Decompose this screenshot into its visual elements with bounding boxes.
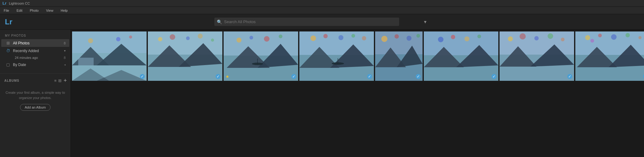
time-ago-label: 24 minutes ago — [15, 56, 64, 60]
by-date-chevron: ◂ — [64, 63, 66, 66]
photo-cell-2[interactable]: ✓ — [148, 31, 222, 81]
photo-footer-1: ✓ — [72, 72, 147, 81]
sidebar-item-by-date[interactable]: ▢ By Date ◂ — [1, 61, 69, 68]
svg-point-55 — [464, 36, 469, 41]
my-photos-label: MY PHOTOS — [5, 34, 26, 37]
header: Lr 🔍 ▼ — [0, 14, 644, 30]
svg-point-37 — [323, 34, 328, 38]
photo-check-4[interactable]: ✓ — [367, 74, 372, 79]
search-icon: 🔍 — [217, 19, 222, 24]
photo-check-6[interactable]: ✓ — [492, 74, 496, 79]
svg-point-64 — [548, 33, 553, 39]
albums-header: ALBUMS ≡ ⊞ + — [0, 76, 71, 85]
add-album-button[interactable]: Add an Album — [20, 104, 51, 111]
photo-footer-3: ★ ✓ — [224, 72, 298, 81]
svg-point-75 — [590, 39, 594, 43]
svg-point-27 — [249, 36, 253, 39]
search-input[interactable] — [214, 18, 399, 26]
photo-cell-5[interactable]: ✓ — [375, 31, 423, 81]
albums-controls: ≡ ⊞ + — [54, 77, 67, 84]
svg-point-16 — [170, 34, 175, 40]
svg-point-40 — [362, 36, 366, 40]
menu-help[interactable]: Help — [59, 8, 69, 13]
photo-footer-5: ✓ — [375, 72, 423, 81]
recently-added-icon: ⏱ — [6, 48, 10, 53]
photo-check-2[interactable]: ✓ — [216, 74, 221, 79]
photo-check-3[interactable]: ✓ — [291, 74, 296, 79]
header-logo: Lr — [5, 18, 20, 26]
photo-footer-8: ✓ — [575, 72, 644, 81]
sidebar: MY PHOTOS ⊞ All Photos 8 ⏱ Recently Adde… — [0, 30, 71, 157]
sidebar-item-all-photos[interactable]: ⊞ All Photos 8 — [1, 39, 69, 47]
svg-point-45 — [381, 36, 387, 42]
all-photos-label: All Photos — [13, 41, 64, 45]
titlebar: Lr Lightroom CC — [0, 0, 644, 7]
svg-point-48 — [416, 34, 420, 38]
svg-point-15 — [158, 37, 162, 41]
photo-cell-1[interactable]: ✓ — [72, 31, 147, 81]
svg-point-36 — [310, 35, 316, 41]
svg-point-46 — [395, 34, 399, 39]
photo-check-5[interactable]: ✓ — [416, 74, 421, 79]
my-photos-section-header: MY PHOTOS — [0, 32, 71, 39]
svg-rect-8 — [78, 58, 94, 65]
albums-grid-view-icon[interactable]: ⊞ — [58, 78, 62, 83]
main-layout: MY PHOTOS ⊞ All Photos 8 ⏱ Recently Adde… — [0, 30, 644, 157]
photo-cell-6[interactable]: ✓ — [424, 31, 498, 81]
search-container: 🔍 ▼ — [214, 18, 430, 26]
svg-point-62 — [520, 33, 526, 39]
menu-photo[interactable]: Photo — [29, 8, 40, 13]
svg-point-39 — [351, 34, 355, 38]
svg-point-4 — [88, 38, 93, 43]
photo-check-7[interactable]: ✓ — [567, 74, 572, 79]
sidebar-item-recently-added[interactable]: ⏱ Recently Added ▾ — [1, 47, 69, 55]
svg-point-70 — [585, 35, 590, 40]
photo-footer-6: ✓ — [424, 72, 498, 81]
svg-point-65 — [561, 38, 565, 41]
svg-point-71 — [598, 34, 602, 37]
svg-point-5 — [101, 36, 105, 39]
photo-grid: ✓ ✓ — [71, 30, 644, 157]
menu-file[interactable]: File — [2, 8, 10, 13]
recently-added-child-item[interactable]: 24 minutes ago 8 — [1, 55, 69, 61]
menu-view[interactable]: View — [45, 8, 55, 13]
recently-added-chevron: ▾ — [64, 49, 66, 52]
svg-point-56 — [477, 35, 481, 38]
albums-title: ALBUMS — [4, 79, 19, 82]
photo-footer-7: ✓ — [500, 72, 574, 81]
svg-point-7 — [129, 35, 132, 39]
photo-cell-8[interactable]: ✓ — [575, 31, 644, 81]
recently-added-section: ⏱ Recently Added ▾ 24 minutes ago 8 — [1, 47, 69, 61]
albums-add-icon[interactable]: + — [63, 77, 67, 84]
all-photos-icon: ⊞ — [6, 41, 10, 45]
svg-point-28 — [264, 36, 269, 42]
albums-list-view-icon[interactable]: ≡ — [54, 78, 57, 83]
photo-star-3[interactable]: ★ — [225, 74, 229, 79]
photo-check-1[interactable]: ✓ — [140, 74, 145, 79]
svg-point-38 — [338, 35, 343, 40]
svg-point-73 — [626, 33, 630, 37]
albums-empty-text: Create your first album, a simple way to… — [5, 90, 66, 100]
svg-point-26 — [237, 38, 241, 43]
photo-cell-3[interactable]: ★ ✓ — [224, 31, 298, 81]
all-photos-count: 8 — [64, 41, 66, 45]
filter-icon[interactable]: ▼ — [423, 19, 427, 24]
svg-point-19 — [211, 39, 214, 42]
photo-cell-4[interactable]: ✓ — [299, 31, 374, 81]
by-date-icon: ▢ — [6, 62, 10, 67]
svg-point-63 — [534, 36, 539, 40]
svg-point-61 — [508, 36, 513, 41]
svg-point-53 — [438, 37, 444, 42]
albums-empty-state: Create your first album, a simple way to… — [0, 85, 71, 114]
svg-point-72 — [611, 34, 617, 40]
photo-cell-7[interactable]: ✓ — [500, 31, 574, 81]
svg-point-74 — [638, 36, 642, 39]
menubar: File Edit Photo View Help — [0, 7, 644, 14]
menu-edit[interactable]: Edit — [15, 8, 24, 13]
albums-section: ALBUMS ≡ ⊞ + Create your first album, a … — [0, 73, 71, 114]
time-ago-count: 8 — [64, 56, 66, 60]
recently-added-label: Recently Added — [13, 49, 64, 53]
by-date-label: By Date — [13, 63, 64, 67]
app-title: Lightroom CC — [9, 2, 30, 5]
svg-point-6 — [116, 37, 120, 41]
